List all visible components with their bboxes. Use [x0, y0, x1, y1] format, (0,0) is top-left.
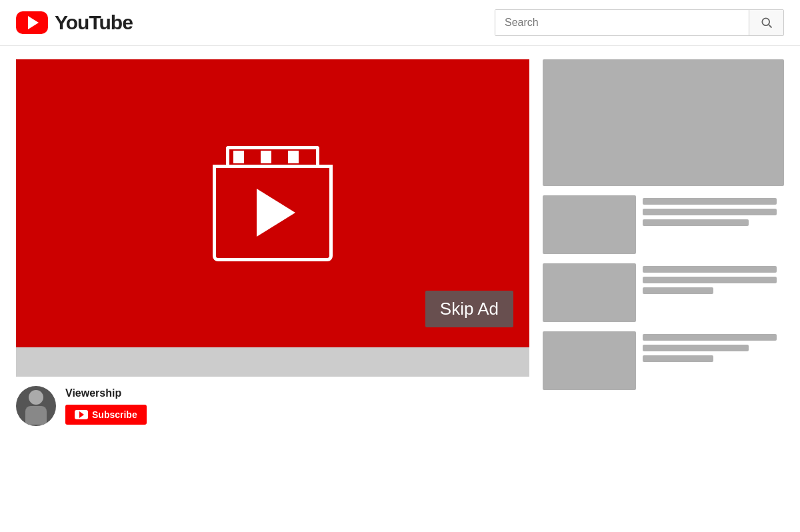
main-content: Skip Ad Viewership Subscribe: [0, 46, 800, 439]
channel-name: Viewership: [65, 387, 147, 399]
suggested-meta: [643, 263, 784, 294]
suggested-title-line-3: [643, 219, 749, 226]
suggested-title-line-1: [643, 334, 777, 341]
video-controls-bar[interactable]: [16, 347, 529, 377]
search-button[interactable]: [749, 10, 783, 35]
logo-area[interactable]: YouTube: [16, 11, 133, 34]
skip-ad-button[interactable]: Skip Ad: [425, 291, 513, 327]
suggested-title-line-2: [643, 345, 749, 351]
film-icon: [213, 146, 333, 261]
suggested-title-line-2: [643, 277, 777, 283]
film-play-triangle: [257, 189, 295, 237]
list-item[interactable]: [543, 263, 784, 322]
channel-info: Viewership Subscribe: [16, 377, 529, 426]
search-icon: [760, 16, 773, 29]
suggested-title-line-2: [643, 209, 777, 215]
film-strip-6: [301, 151, 312, 163]
film-top: [226, 146, 319, 165]
video-player[interactable]: Skip Ad: [16, 59, 529, 347]
avatar-body: [25, 406, 47, 425]
suggested-title-line-1: [643, 198, 777, 205]
subscribe-label: Subscribe: [92, 409, 137, 420]
suggested-meta: [643, 331, 784, 362]
left-column: Skip Ad Viewership Subscribe: [16, 59, 529, 426]
svg-point-0: [762, 18, 769, 25]
suggested-title-line-1: [643, 266, 777, 273]
right-column: [543, 59, 784, 426]
suggested-thumbnail: [543, 331, 636, 390]
film-strip-1: [233, 151, 244, 163]
suggested-thumbnail: [543, 195, 636, 254]
search-area: [495, 9, 784, 36]
avatar-head: [29, 390, 43, 405]
list-item[interactable]: [543, 195, 784, 254]
subscribe-yt-play-triangle: [79, 411, 84, 418]
avatar: [16, 386, 56, 426]
ad-banner[interactable]: [543, 59, 784, 186]
film-strip-5: [288, 151, 299, 163]
film-body: [213, 165, 333, 261]
search-input[interactable]: [495, 10, 749, 35]
suggested-thumbnail: [543, 263, 636, 322]
list-item[interactable]: [543, 331, 784, 390]
film-strip-3: [261, 151, 271, 163]
film-strip-2: [247, 151, 257, 163]
header: YouTube: [0, 0, 800, 46]
svg-line-1: [768, 25, 771, 28]
subscribe-yt-icon: [75, 410, 88, 419]
suggested-title-line-3: [643, 287, 713, 294]
avatar-figure: [24, 390, 48, 426]
suggested-meta: [643, 195, 784, 226]
logo-text: YouTube: [55, 11, 133, 34]
suggested-list: [543, 195, 784, 390]
youtube-logo-icon: [16, 11, 48, 34]
suggested-title-line-3: [643, 355, 713, 362]
channel-details: Viewership Subscribe: [65, 387, 147, 425]
subscribe-button[interactable]: Subscribe: [65, 405, 147, 425]
film-strip-4: [274, 151, 285, 163]
youtube-play-triangle: [28, 16, 39, 29]
